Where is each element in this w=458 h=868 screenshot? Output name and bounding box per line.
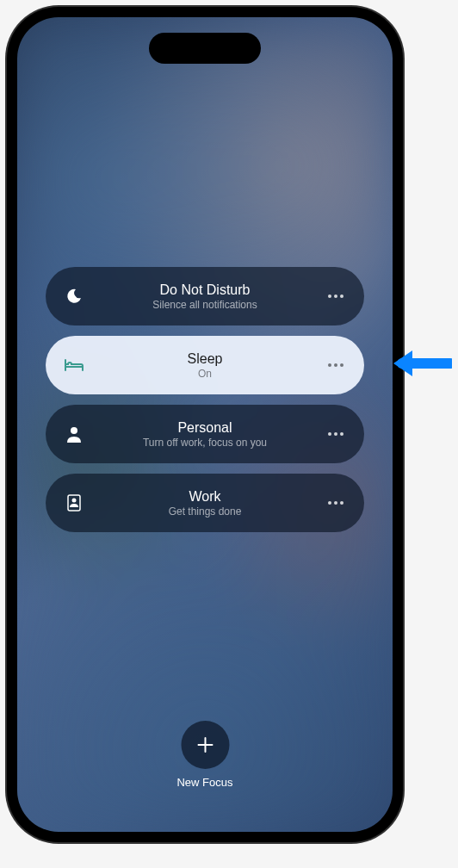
focus-subtitle: Silence all notifications (152, 299, 257, 311)
focus-item-personal[interactable]: Personal Turn off work, focus on you (46, 405, 364, 463)
focus-item-do-not-disturb[interactable]: Do Not Disturb Silence all notifications (46, 267, 364, 326)
focus-text: Work Get things done (84, 488, 326, 518)
callout-arrow-icon (392, 342, 452, 385)
more-button-personal[interactable] (326, 425, 345, 443)
ellipsis-icon (328, 501, 344, 505)
new-focus-label: New Focus (176, 776, 232, 789)
moon-icon (65, 287, 84, 306)
focus-item-work[interactable]: Work Get things done (46, 474, 364, 532)
focus-text: Personal Turn off work, focus on you (84, 419, 326, 450)
focus-title: Personal (177, 419, 232, 436)
ellipsis-icon (328, 363, 344, 367)
plus-icon (181, 721, 229, 769)
focus-subtitle: On (198, 368, 212, 380)
screen: Do Not Disturb Silence all notifications (17, 17, 393, 832)
ellipsis-icon (328, 294, 344, 298)
focus-title: Sleep (188, 350, 223, 367)
svg-point-2 (72, 499, 77, 503)
more-button-dnd[interactable] (326, 287, 345, 306)
focus-title: Do Not Disturb (160, 282, 251, 298)
dynamic-island (149, 33, 261, 64)
phone-frame: Do Not Disturb Silence all notifications (7, 7, 403, 842)
focus-text: Do Not Disturb Silence all notifications (84, 282, 326, 312)
focus-text: Sleep On (84, 350, 326, 381)
focus-item-sleep[interactable]: Sleep On (46, 336, 364, 394)
focus-list: Do Not Disturb Silence all notifications (46, 267, 364, 532)
badge-icon (65, 493, 84, 512)
svg-rect-1 (68, 495, 80, 511)
new-focus-button[interactable]: New Focus (176, 721, 232, 789)
more-button-work[interactable] (326, 493, 345, 512)
ellipsis-icon (328, 432, 344, 436)
person-icon (65, 425, 84, 443)
svg-point-0 (71, 427, 77, 434)
bed-icon (65, 356, 84, 375)
focus-title: Work (189, 488, 220, 505)
more-button-sleep[interactable] (326, 356, 345, 375)
focus-subtitle: Get things done (169, 505, 242, 518)
focus-subtitle: Turn off work, focus on you (143, 437, 267, 449)
focus-menu: Do Not Disturb Silence all notifications (17, 17, 393, 832)
